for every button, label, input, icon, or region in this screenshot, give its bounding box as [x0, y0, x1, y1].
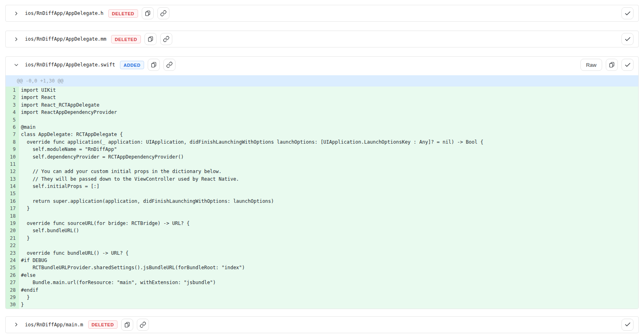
line-code: self.initialProps = [:]: [19, 183, 638, 190]
mark-complete-button[interactable]: [621, 59, 634, 71]
line-number: 19: [6, 220, 19, 227]
diff-line: 30 }: [6, 301, 638, 308]
line-code: #endif: [19, 287, 638, 294]
line-number: 7: [6, 131, 19, 138]
line-number: 29: [6, 294, 19, 301]
diff-line: 21 }: [6, 235, 638, 242]
copy-link-button[interactable]: [163, 59, 175, 71]
line-number: 11: [6, 161, 19, 168]
line-number: 9: [6, 146, 19, 153]
line-code: }: [19, 205, 638, 212]
diff-line: 10 self.dependencyProvider = RCTAppDepen…: [6, 153, 638, 161]
line-code: import ReactAppDependencyProvider: [19, 109, 638, 116]
file-path: ios/RnDiffApp/main.m: [25, 322, 83, 328]
link-icon: [140, 322, 146, 328]
diff-line: 12 // You can add your custom initial pr…: [6, 168, 638, 175]
copy-link-button[interactable]: [160, 33, 172, 45]
diff-view: @@ -0,0 +1,30 @@ 1 import UIKit 2 import…: [6, 73, 638, 309]
diff-line: 19 override func sourceURL(for bridge: R…: [6, 220, 638, 227]
line-code: override func sourceURL(for bridge: RCTB…: [19, 220, 638, 227]
file-path: ios/RnDiffApp/AppDelegate.swift: [25, 62, 115, 68]
file-header[interactable]: ios/RnDiffApp/AppDelegate.mm DELETED: [6, 31, 638, 47]
line-code: self.dependencyProvider = RCTAppDependen…: [19, 153, 638, 161]
diff-line: 26 #else: [6, 272, 638, 279]
line-number: 8: [6, 138, 19, 146]
line-code: Bundle.main.url(forResource: "main", wit…: [19, 279, 638, 286]
diff-viewer-page: ios/RnDiffApp/AppDelegate.h DELETED ios/…: [0, 0, 644, 333]
copy-icon: [124, 322, 130, 328]
diff-line: 6 @main: [6, 124, 638, 131]
hunk-header: @@ -0,0 +1,30 @@: [6, 75, 638, 87]
line-number: 20: [6, 227, 19, 234]
copy-path-button[interactable]: [148, 59, 160, 71]
line-code: import React_RCTAppDelegate: [19, 101, 638, 109]
file-header[interactable]: ios/RnDiffApp/AppDelegate.h DELETED: [6, 5, 638, 21]
file-path: ios/RnDiffApp/AppDelegate.mm: [25, 36, 106, 42]
line-code: @main: [19, 124, 638, 131]
line-code: override func application(_ application:…: [19, 138, 638, 146]
diff-line: 16 return super.application(application,…: [6, 198, 638, 205]
chevron-right-icon[interactable]: [13, 36, 19, 42]
diff-line: 15: [6, 190, 638, 197]
chevron-right-icon[interactable]: [13, 322, 19, 328]
line-code: self.moduleName = "RnDiffApp": [19, 146, 638, 153]
diff-line: 22: [6, 242, 638, 249]
line-code: [19, 190, 638, 197]
copy-link-button[interactable]: [157, 7, 169, 19]
line-number: 4: [6, 109, 19, 116]
line-number: 3: [6, 101, 19, 109]
check-icon: [624, 62, 631, 68]
diff-line: 13 // They will be passed down to the Vi…: [6, 175, 638, 183]
diff-line: 11: [6, 161, 638, 168]
copy-link-button[interactable]: [137, 319, 149, 331]
copy-file-button[interactable]: [606, 59, 618, 71]
line-number: 23: [6, 249, 19, 257]
line-code: [19, 116, 638, 124]
line-number: 26: [6, 272, 19, 279]
status-badge: DELETED: [108, 9, 138, 18]
diff-line: 25 RCTBundleURLProvider.sharedSettings()…: [6, 264, 638, 271]
diff-lines: 1 import UIKit 2 import React 3 import R…: [6, 87, 638, 309]
line-code: }: [19, 294, 638, 301]
file-header[interactable]: ios/RnDiffApp/AppDelegate.swift ADDED Ra…: [6, 57, 638, 73]
line-number: 30: [6, 301, 19, 308]
copy-path-button[interactable]: [121, 319, 133, 331]
line-code: // You can add your custom initial props…: [19, 168, 638, 175]
chevron-right-icon[interactable]: [13, 10, 19, 16]
mark-complete-button[interactable]: [621, 319, 634, 331]
line-number: 13: [6, 175, 19, 183]
line-number: 28: [6, 287, 19, 294]
line-code: [19, 212, 638, 220]
line-code: [19, 242, 638, 249]
link-icon: [160, 10, 167, 16]
check-icon: [624, 10, 631, 17]
chevron-down-icon[interactable]: [13, 62, 19, 68]
line-code: RCTBundleURLProvider.sharedSettings().js…: [19, 264, 638, 271]
line-code: [19, 161, 638, 168]
diff-line: 17 }: [6, 205, 638, 212]
line-number: 14: [6, 183, 19, 190]
file-panel-appdelegate-mm: ios/RnDiffApp/AppDelegate.mm DELETED: [5, 31, 639, 47]
line-number: 22: [6, 242, 19, 249]
diff-line: 20 self.bundleURL(): [6, 227, 638, 234]
diff-line: 4 import ReactAppDependencyProvider: [6, 109, 638, 116]
raw-button[interactable]: Raw: [580, 59, 602, 71]
line-code: import React: [19, 94, 638, 101]
file-path: ios/RnDiffApp/AppDelegate.h: [25, 10, 103, 16]
file-header[interactable]: ios/RnDiffApp/main.m DELETED: [6, 317, 638, 333]
diff-line: 24 #if DEBUG: [6, 257, 638, 264]
line-code: class AppDelegate: RCTAppDelegate {: [19, 131, 638, 138]
line-code: self.bundleURL(): [19, 227, 638, 234]
mark-complete-button[interactable]: [621, 33, 634, 45]
line-code: // They will be passed down to the ViewC…: [19, 175, 638, 183]
mark-complete-button[interactable]: [621, 7, 634, 19]
file-panel-appdelegate-h: ios/RnDiffApp/AppDelegate.h DELETED: [5, 5, 639, 22]
line-number: 5: [6, 116, 19, 124]
file-panel-main-m: ios/RnDiffApp/main.m DELETED: [5, 316, 639, 333]
copy-path-button[interactable]: [144, 33, 157, 45]
diff-line: 5: [6, 116, 638, 124]
copy-icon: [151, 62, 157, 68]
line-number: 27: [6, 279, 19, 286]
copy-path-button[interactable]: [142, 7, 154, 19]
line-number: 12: [6, 168, 19, 175]
